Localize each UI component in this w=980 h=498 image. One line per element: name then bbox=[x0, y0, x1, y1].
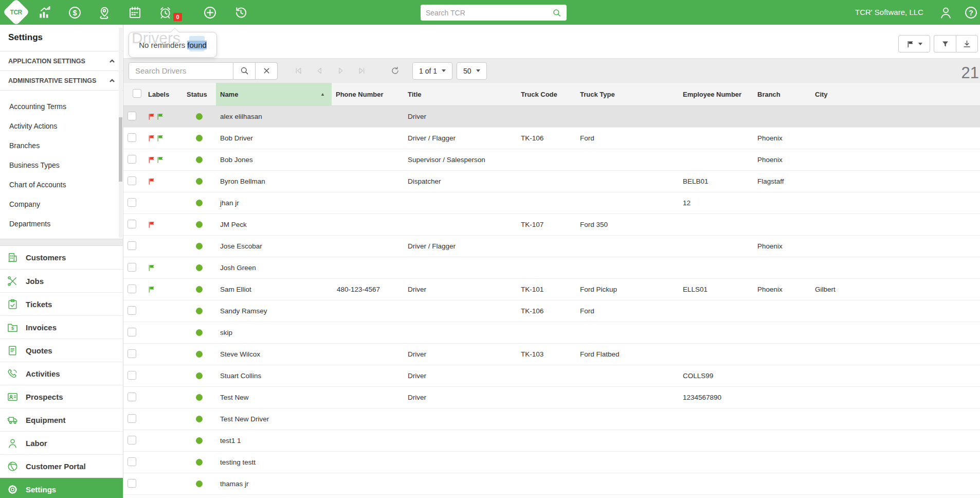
stats-icon[interactable] bbox=[38, 6, 52, 20]
column-header-title[interactable]: Title bbox=[404, 91, 517, 98]
row-checkbox[interactable] bbox=[128, 263, 136, 272]
sidebar-item-activity-actions[interactable]: Activity Actions bbox=[0, 116, 123, 136]
driver-search-input[interactable] bbox=[129, 62, 233, 80]
active-status-dot bbox=[196, 437, 203, 444]
table-row-jm-peck[interactable]: JM PeckTK-107Ford 350 bbox=[123, 214, 980, 236]
sidebar-module-labor[interactable]: Labor bbox=[0, 431, 123, 454]
row-checkbox[interactable] bbox=[128, 112, 136, 120]
row-checkbox[interactable] bbox=[128, 479, 136, 488]
flag-filter-button[interactable] bbox=[898, 35, 930, 52]
user-icon[interactable] bbox=[939, 6, 953, 20]
column-header-city[interactable]: City bbox=[811, 91, 980, 98]
row-checkbox[interactable] bbox=[128, 371, 136, 380]
column-header-truck-code[interactable]: Truck Code bbox=[517, 91, 576, 98]
table-row-bob-driver[interactable]: Bob DriverDriver / FlaggerTK-106FordPhoe… bbox=[123, 128, 980, 149]
column-header-labels[interactable]: Labels bbox=[144, 91, 183, 98]
row-checkbox[interactable] bbox=[128, 284, 136, 293]
table-row-thamas-jr[interactable]: thamas jr bbox=[123, 473, 980, 495]
section-application-settings[interactable]: APPLICATION SETTINGS bbox=[0, 51, 123, 71]
table-row-byron-bellman[interactable]: Byron BellmanDispatcherBELB01Flagstaff bbox=[123, 171, 980, 192]
page-selector[interactable]: 1 of 1 bbox=[412, 62, 452, 80]
filter-button[interactable] bbox=[934, 35, 956, 52]
table-row-test1-1[interactable]: test1 1 bbox=[123, 430, 980, 452]
first-page-button[interactable] bbox=[291, 63, 306, 79]
column-header-employee-number[interactable]: Employee Number bbox=[679, 91, 753, 98]
download-button[interactable] bbox=[956, 35, 978, 52]
tcr-logo[interactable]: TCR bbox=[3, 0, 29, 26]
table-row-testing-testt[interactable]: testing testt bbox=[123, 452, 980, 473]
column-header-branch[interactable]: Branch bbox=[753, 91, 811, 98]
sidebar-item-departments[interactable]: Departments bbox=[0, 214, 123, 234]
row-checkbox[interactable] bbox=[128, 436, 136, 444]
column-header-status[interactable]: Status bbox=[183, 91, 216, 98]
refresh-button[interactable] bbox=[387, 63, 403, 79]
table-row-bob-jones[interactable]: Bob JonesSupervisor / SalespersonPhoenix bbox=[123, 149, 980, 171]
row-checkbox[interactable] bbox=[128, 220, 136, 228]
page-size-selector[interactable]: 50 bbox=[457, 62, 487, 80]
row-checkbox[interactable] bbox=[128, 241, 136, 250]
table-row-sandy-ramsey[interactable]: Sandy RamseyTK-106Ford bbox=[123, 300, 980, 322]
table-row-jose-escobar[interactable]: Jose EscobarDriver / FlaggerPhoenix bbox=[123, 236, 980, 257]
sidebar-item-accounting-terms[interactable]: Accounting Terms bbox=[0, 97, 123, 116]
table-row-skip[interactable]: skip bbox=[123, 322, 980, 344]
sidebar-module-quotes[interactable]: Quotes bbox=[0, 339, 123, 362]
sidebar-module-tickets[interactable]: Tickets bbox=[0, 292, 123, 315]
row-checkbox[interactable] bbox=[128, 457, 136, 466]
table-row-stuart-collins[interactable]: Stuart CollinsDriverCOLLS99 bbox=[123, 365, 980, 387]
section-administrative-settings[interactable]: ADMINISTRATIVE SETTINGS bbox=[0, 71, 123, 91]
table-row-alex-elilhasan[interactable]: alex elilhasanDriver bbox=[123, 106, 980, 128]
table-row-josh-green[interactable]: Josh Green bbox=[123, 257, 980, 279]
next-page-button[interactable] bbox=[333, 63, 348, 79]
search-button[interactable] bbox=[233, 62, 256, 80]
svg-text:$: $ bbox=[72, 9, 77, 17]
sidebar-module-settings[interactable]: Settings bbox=[0, 477, 123, 498]
sidebar-item-business-types[interactable]: Business Types bbox=[0, 155, 123, 175]
table-row-sam-elliot[interactable]: Sam Elliot480-123-4567DriverTK-101Ford P… bbox=[123, 279, 980, 300]
caret-down-icon bbox=[476, 69, 480, 72]
reminders-icon[interactable] bbox=[158, 6, 172, 20]
table-row-jhan-jr[interactable]: jhan jr12 bbox=[123, 192, 980, 214]
truck-icon bbox=[7, 414, 19, 426]
column-header-phone-number[interactable]: Phone Number bbox=[332, 91, 404, 98]
search-icon[interactable] bbox=[552, 8, 561, 17]
sidebar-module-prospects[interactable]: Prospects bbox=[0, 385, 123, 408]
sidebar-scrollbar-thumb[interactable] bbox=[119, 117, 122, 182]
previous-page-button[interactable] bbox=[312, 63, 327, 79]
row-checkbox[interactable] bbox=[128, 198, 136, 207]
row-checkbox[interactable] bbox=[128, 155, 136, 164]
help-icon[interactable]: ? bbox=[964, 6, 978, 20]
table-row-steve-wilcox[interactable]: Steve WilcoxDriverTK-103Ford Flatbed bbox=[123, 344, 980, 365]
sidebar-item-company[interactable]: Company bbox=[0, 194, 123, 214]
sidebar-module-jobs[interactable]: Jobs bbox=[0, 269, 123, 292]
row-checkbox[interactable] bbox=[128, 133, 136, 142]
last-page-button[interactable] bbox=[354, 63, 369, 79]
column-header-truck-type[interactable]: Truck Type bbox=[576, 91, 679, 98]
row-checkbox[interactable] bbox=[128, 414, 136, 423]
sidebar-item-chart-of-accounts[interactable]: Chart of Accounts bbox=[0, 175, 123, 194]
row-checkbox[interactable] bbox=[128, 393, 136, 401]
row-checkbox[interactable] bbox=[128, 349, 136, 358]
sidebar-item-branches[interactable]: Branches bbox=[0, 136, 123, 155]
sidebar-module-customer-portal[interactable]: Customer Portal bbox=[0, 454, 123, 477]
table-row-test-new[interactable]: Test NewDriver1234567890 bbox=[123, 387, 980, 408]
label-flag-green-icon bbox=[157, 156, 164, 164]
table-row-test-new-driver[interactable]: Test New Driver bbox=[123, 408, 980, 430]
select-all-checkbox[interactable] bbox=[133, 89, 141, 98]
row-checkbox[interactable] bbox=[128, 328, 136, 336]
row-checkbox[interactable] bbox=[128, 306, 136, 315]
sidebar-module-activities[interactable]: Activities bbox=[0, 362, 123, 385]
sidebar-module-invoices[interactable]: $Invoices bbox=[0, 315, 123, 339]
add-icon[interactable] bbox=[203, 6, 217, 20]
row-checkbox[interactable] bbox=[128, 176, 136, 185]
clear-search-button[interactable] bbox=[256, 62, 278, 80]
location-icon[interactable] bbox=[98, 6, 112, 20]
sidebar-module-customers[interactable]: Customers bbox=[0, 246, 123, 269]
column-header-name-sorted[interactable]: Name▲ bbox=[216, 83, 332, 105]
money-icon[interactable]: $ bbox=[68, 6, 82, 20]
sidebar-title: Settings bbox=[0, 25, 123, 51]
reminder-count-badge[interactable]: 0 bbox=[173, 13, 182, 21]
history-icon[interactable] bbox=[234, 6, 248, 20]
global-search-input[interactable] bbox=[426, 9, 552, 17]
calendar-icon[interactable] bbox=[128, 6, 142, 20]
sidebar-module-equipment[interactable]: Equipment bbox=[0, 408, 123, 431]
